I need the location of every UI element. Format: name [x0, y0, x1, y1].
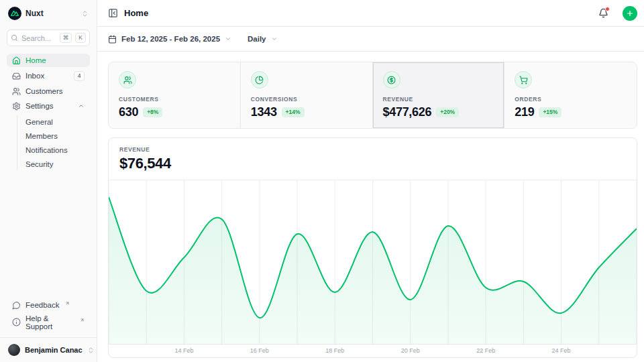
stat-delta-badge: +14% [282, 107, 305, 117]
stats-row: CUSTOMERS 630 +8% CONVERSIONS 1343 +14% [108, 62, 637, 129]
sidebar-item-feedback[interactable]: Feedback [7, 298, 90, 312]
pie-chart-icon [251, 71, 268, 88]
user-menu[interactable]: Benjamin Canac [5, 343, 91, 357]
granularity-value: Daily [248, 35, 266, 43]
date-range-value: Feb 12, 2025 - Feb 26, 2025 [121, 35, 220, 43]
sidebar-item-label: Notifications [25, 146, 68, 154]
stat-card-customers[interactable]: CUSTOMERS 630 +8% [109, 62, 241, 128]
sidebar: Nuxt ⌘ K Home Inbo [0, 0, 97, 362]
stat-value: 219 [515, 105, 534, 119]
stat-label: CONVERSIONS [251, 96, 362, 103]
users-icon [12, 87, 21, 96]
main-area: Home Feb 12, 2025 - Feb 26, 2025 Daily [97, 0, 644, 362]
sidebar-item-label: Feedback [25, 301, 60, 309]
add-button[interactable] [623, 6, 637, 21]
x-axis-tick-label: 18 Feb [325, 347, 344, 354]
x-axis-tick-label: 24 Feb [552, 347, 571, 354]
search-bar[interactable]: ⌘ K [7, 29, 90, 46]
sidebar-item-label: Inbox [25, 72, 44, 80]
stat-delta-badge: +8% [143, 107, 162, 117]
chevron-down-icon [271, 36, 278, 42]
stat-card-revenue[interactable]: REVENUE $477,626 +20% [373, 62, 505, 128]
chevron-up-icon [78, 103, 85, 109]
dollar-circle-icon [383, 71, 400, 88]
brand-name: Nuxt [25, 9, 77, 18]
stat-label: ORDERS [515, 96, 627, 103]
team-switcher[interactable]: Nuxt [7, 5, 90, 21]
x-axis-tick-label: 20 Feb [401, 347, 420, 354]
stat-card-conversions[interactable]: CONVERSIONS 1343 +14% [241, 62, 373, 128]
stat-delta-badge: +15% [539, 107, 561, 117]
kbd-k: K [75, 33, 86, 43]
granularity-select[interactable]: Daily [248, 35, 278, 43]
chevrons-up-down-icon [87, 347, 95, 354]
sidebar-nav: Home Inbox 4 Customers Settings [7, 54, 90, 170]
sidebar-item-label: Help & Support [25, 314, 74, 330]
content: CUSTOMERS 630 +8% CONVERSIONS 1343 +14% [97, 52, 644, 358]
gear-icon [12, 102, 21, 111]
stat-value: $477,626 [383, 105, 432, 119]
x-axis-tick-label: 16 Feb [250, 347, 269, 354]
date-range-picker[interactable]: Feb 12, 2025 - Feb 26, 2025 [108, 35, 231, 44]
page-title: Home [124, 8, 592, 18]
chart-x-axis: 14 Feb16 Feb18 Feb20 Feb22 Feb24 Feb [109, 345, 637, 357]
stat-value: 630 [119, 105, 138, 119]
sidebar-item-notifications[interactable]: Notifications [17, 143, 90, 156]
stat-label: CUSTOMERS [119, 96, 230, 103]
chevrons-up-down-icon [81, 10, 89, 17]
sidebar-footer: Feedback Help & Support [0, 298, 97, 337]
sidebar-item-label: Customers [25, 87, 63, 95]
stat-value: 1343 [251, 105, 277, 119]
topbar: Home [97, 0, 644, 27]
inbox-count-badge: 4 [74, 71, 85, 81]
chart-metric-value: $76,544 [119, 155, 626, 172]
sidebar-item-label: General [25, 118, 53, 126]
stat-delta-badge: +20% [436, 107, 459, 117]
nuxt-logo-icon [8, 7, 21, 20]
x-axis-tick-label: 22 Feb [476, 347, 495, 354]
house-icon [12, 56, 21, 65]
settings-subnav: General Members Notifications Security [17, 115, 90, 170]
revenue-chart-plot[interactable] [109, 180, 637, 345]
notifications-button[interactable] [598, 8, 608, 18]
sidebar-item-label: Home [25, 56, 46, 64]
filters-toolbar: Feb 12, 2025 - Feb 26, 2025 Daily [97, 27, 644, 52]
revenue-chart-card: REVENUE $76,544 14 Feb16 Feb18 Feb20 Feb… [108, 137, 637, 358]
external-link-icon [80, 318, 85, 322]
sidebar-item-customers[interactable]: Customers [7, 84, 90, 98]
kbd-cmd: ⌘ [60, 33, 72, 43]
sidebar-item-inbox[interactable]: Inbox 4 [7, 68, 90, 83]
sidebar-item-label: Members [25, 132, 58, 140]
search-input[interactable] [21, 34, 56, 42]
stat-card-orders[interactable]: ORDERS 219 +15% [504, 62, 637, 128]
avatar [8, 344, 20, 356]
notification-dot [605, 7, 610, 11]
user-section: Benjamin Canac [0, 337, 97, 362]
cart-icon [515, 71, 532, 88]
sidebar-item-label: Security [25, 160, 54, 168]
search-icon [11, 34, 18, 42]
sidebar-item-label: Settings [25, 102, 54, 110]
sidebar-item-help-support[interactable]: Help & Support [7, 312, 90, 333]
area-chart [109, 180, 637, 344]
info-circle-icon [12, 318, 21, 326]
chevron-down-icon [225, 36, 231, 42]
inbox-icon [12, 72, 21, 80]
chart-metric-label: REVENUE [119, 146, 626, 153]
message-circle-icon [12, 301, 21, 310]
sidebar-item-security[interactable]: Security [17, 158, 90, 170]
external-link-icon [65, 301, 70, 306]
sidebar-item-members[interactable]: Members [17, 129, 90, 142]
sidebar-item-settings[interactable]: Settings [7, 99, 90, 113]
sidebar-item-home[interactable]: Home [7, 54, 90, 67]
chart-header: REVENUE $76,544 [109, 138, 637, 180]
calendar-icon [108, 35, 117, 44]
x-axis-tick-label: 14 Feb [174, 347, 193, 354]
stat-label: REVENUE [383, 96, 494, 103]
users-icon [119, 71, 136, 88]
sidebar-collapse-button[interactable] [108, 8, 118, 18]
sidebar-item-general[interactable]: General [17, 115, 90, 128]
plus-icon [626, 9, 634, 17]
user-name: Benjamin Canac [25, 346, 83, 354]
